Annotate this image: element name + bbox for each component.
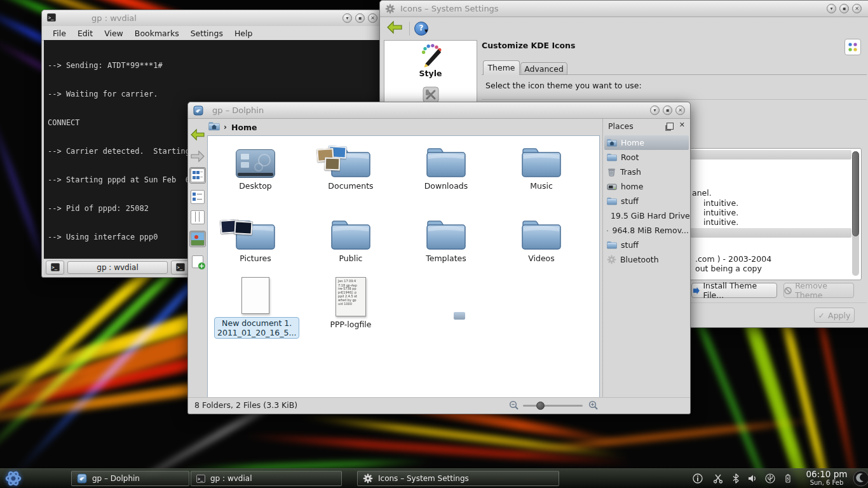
close-icon: ✕ [855,6,859,11]
window-title: gp – Dolphin [212,105,264,115]
menu-view[interactable]: View [98,27,129,39]
terminal-icon: >_ [196,475,205,483]
folder-icon [607,241,617,249]
back-icon [190,128,205,141]
icons-view-button[interactable] [189,167,206,184]
page-title: Customize KDE Icons [482,41,575,50]
folder-item-pictures[interactable]: Pictures [214,214,297,263]
scrollbar-thumb[interactable] [852,151,859,236]
back-button[interactable] [189,126,206,143]
menu-settings[interactable]: Settings [185,27,229,39]
list-text-fragment: intuitive. [703,208,738,217]
forward-button[interactable] [189,148,206,165]
breadcrumb-home[interactable]: Home [231,123,257,132]
folder-item-videos[interactable]: Videos [500,214,583,263]
dolphin-statusbar: 8 Folders, 2 Files (3.3 KiB) [188,397,690,414]
sidebar-item-utilities[interactable] [384,86,477,104]
text-file-icon: Jan 17 09:4 7:18 gp-Asp ire-5738 pp pd[1… [336,277,366,316]
menu-help[interactable]: Help [229,27,259,39]
volume-tray-icon[interactable] [747,473,757,484]
maximize-button[interactable]: ▪ [355,13,365,23]
zoom-out-icon[interactable] [509,400,519,410]
place-bluetooth[interactable]: Bluetooth [604,252,689,267]
settings-titlebar[interactable]: Icons – System Settings ▾ ▪ ✕ [380,1,868,17]
folder-item-downloads[interactable]: Downloads [405,141,487,191]
folder-item-public[interactable]: Public [309,214,392,263]
add-split-icon: + [192,255,203,268]
install-theme-button[interactable]: Install Theme File... [691,283,777,298]
back-button[interactable] [386,20,403,34]
zoom-slider-track[interactable] [523,405,583,407]
dolphin-titlebar[interactable]: gp – Dolphin ▾ ▪ ✕ [188,102,690,119]
minimize-button[interactable]: ▾ [650,105,660,115]
task-system-settings[interactable]: Icons – System Settings [357,471,559,486]
terminal-tab[interactable]: gp : wvdial [67,261,168,274]
sidebar-item-style[interactable]: Style [384,41,477,78]
tab-advanced[interactable]: Advanced [520,62,567,75]
home-breadcrumb-button[interactable] [208,121,220,133]
check-icon: ✓ [818,311,825,320]
file-item-new-document[interactable]: New document 1. 2011_01_20_16_5... [214,274,297,339]
light-beam [509,416,826,456]
clock[interactable]: 06:10 pm Sun, 6 Feb [799,470,854,486]
usb-device-tray-icon[interactable] [765,473,775,484]
folder-view[interactable]: Desktop Documents Downloads Music [207,135,600,398]
file-manager-icon [193,105,203,116]
terminal-icon: >_ [176,263,185,271]
columns-view-button[interactable] [189,209,206,226]
minimize-button[interactable]: ▾ [827,4,836,13]
close-button[interactable]: ✕ [368,13,377,23]
maximize-icon: ▪ [358,15,362,21]
klipper-scissors-icon[interactable] [713,473,723,484]
menu-edit[interactable]: Edit [72,27,98,39]
desktop-folder-icon [236,149,275,178]
place-hard-drive[interactable]: 19.5 GiB Hard Drive [604,208,689,223]
home-folder-icon [208,121,220,131]
preview-button[interactable] [189,231,206,247]
place-stuff[interactable]: stuff [604,194,689,208]
places-panel: Places ✕ Home Root Trash home stuff 19.5… [602,119,690,398]
battery-tray-icon[interactable] [783,473,793,484]
tab-theme[interactable]: Theme [483,60,520,75]
place-home[interactable]: Home [604,135,689,150]
scrollbar-track[interactable] [852,151,859,276]
folder-item-desktop[interactable]: Desktop [214,141,297,191]
panel-toolbox-cashew-icon[interactable] [853,470,868,487]
place-stuff-2[interactable]: stuff [604,238,689,252]
menu-file[interactable]: File [47,27,72,39]
remove-theme-button[interactable]: Remove Theme [783,283,854,298]
place-home-partition[interactable]: home [604,179,689,194]
launcher-icon[interactable] [3,470,24,487]
minimize-button[interactable]: ▾ [342,13,352,23]
menu-bookmarks[interactable]: Bookmarks [129,27,185,39]
file-item-ppp-logfile[interactable]: Jan 17 09:4 7:18 gp-Asp ire-5738 pp pd[1… [309,274,392,329]
float-panel-icon[interactable] [667,123,674,130]
place-trash[interactable]: Trash [604,165,689,179]
new-tab-button[interactable]: >_ [46,261,64,274]
zoom-in-icon[interactable] [588,400,599,410]
style-icon [418,43,444,67]
terminal-titlebar[interactable]: >_ gp : wvdial ▾ ▪ ✕ [42,10,382,27]
chevron-down-icon[interactable]: ▼ [424,29,428,34]
bluetooth-tray-icon[interactable] [731,473,741,484]
zoom-slider-handle[interactable] [536,402,545,410]
place-removable-drive[interactable]: 964.8 MiB Remov... [604,223,689,238]
folder-item-documents[interactable]: Documents [309,141,392,191]
maximize-button[interactable]: ▪ [663,105,672,115]
close-tab-button[interactable]: >_ [171,261,189,274]
folder-item-music[interactable]: Music [500,141,583,191]
details-view-button[interactable] [189,189,206,205]
apply-button[interactable]: ✓ Apply [814,308,855,323]
close-panel-icon[interactable]: ✕ [679,121,685,129]
toolbar-separator [409,22,410,36]
task-dolphin[interactable]: gp – Dolphin [71,471,189,486]
no-entry-icon [784,287,792,295]
folder-item-templates[interactable]: Templates [405,214,487,263]
info-tray-icon[interactable] [693,473,703,484]
place-root[interactable]: Root [604,150,689,165]
task-wvdial[interactable]: >_ gp : wvdial [191,471,342,486]
split-view-button[interactable]: + [189,254,206,270]
maximize-button[interactable]: ▪ [839,4,849,13]
close-button[interactable]: ✕ [675,105,685,115]
close-button[interactable]: ✕ [852,4,862,13]
